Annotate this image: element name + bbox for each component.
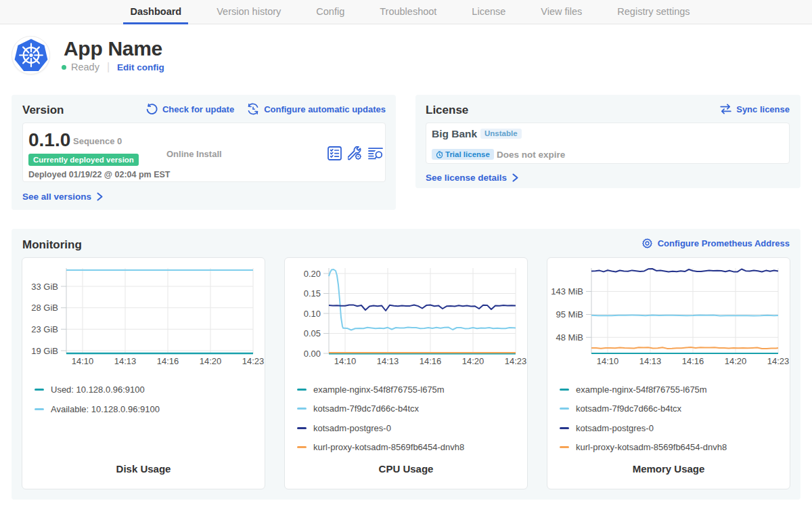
svg-text:14:13: 14:13 [377, 356, 399, 366]
svg-text:28 GiB: 28 GiB [31, 303, 58, 313]
svg-text:14:20: 14:20 [462, 356, 484, 366]
svg-text:14:10: 14:10 [597, 356, 619, 366]
svg-text:0.20: 0.20 [304, 269, 321, 279]
svg-text:14:23: 14:23 [767, 356, 790, 366]
svg-text:14:23: 14:23 [242, 356, 265, 366]
svg-text:14:10: 14:10 [72, 356, 94, 366]
svg-text:14:20: 14:20 [200, 356, 222, 366]
svg-text:0.00: 0.00 [304, 349, 321, 359]
svg-text:14:13: 14:13 [114, 356, 137, 366]
svg-text:14:20: 14:20 [725, 356, 747, 366]
svg-text:14:16: 14:16 [157, 356, 179, 366]
svg-text:0.15: 0.15 [304, 288, 321, 299]
svg-text:14:16: 14:16 [682, 356, 704, 366]
svg-text:23 GiB: 23 GiB [31, 324, 58, 334]
svg-text:14:23: 14:23 [505, 356, 527, 366]
svg-text:48 MiB: 48 MiB [556, 332, 583, 343]
svg-text:14:16: 14:16 [420, 356, 442, 366]
svg-text:0.10: 0.10 [304, 309, 321, 319]
svg-text:95 MiB: 95 MiB [556, 309, 583, 320]
svg-text:33 GiB: 33 GiB [31, 282, 58, 292]
svg-text:0.05: 0.05 [304, 328, 321, 338]
svg-text:19 GiB: 19 GiB [31, 346, 58, 356]
svg-text:14:10: 14:10 [334, 356, 357, 366]
svg-text:14:13: 14:13 [639, 356, 662, 366]
svg-text:143 MiB: 143 MiB [551, 286, 583, 297]
